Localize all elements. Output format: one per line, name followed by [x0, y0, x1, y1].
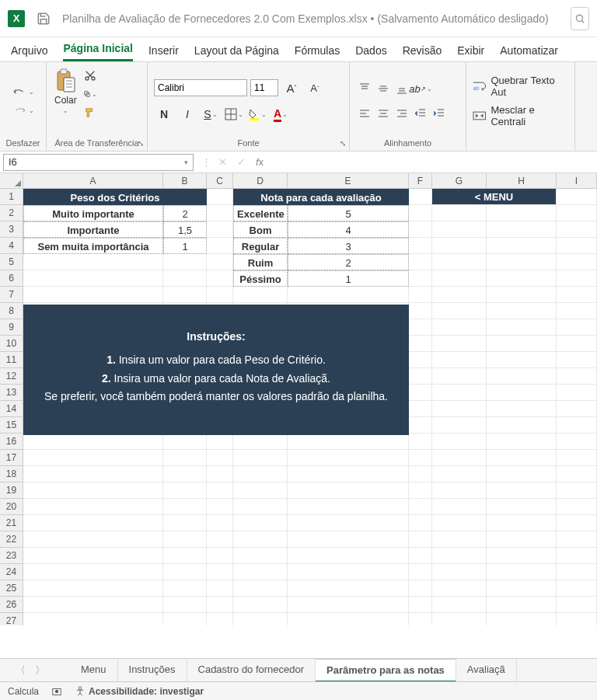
- cell[interactable]: [207, 515, 233, 531]
- cell[interactable]: 5: [288, 205, 409, 221]
- cell[interactable]: < MENU: [432, 189, 557, 205]
- row-header[interactable]: 21: [0, 515, 23, 531]
- tab-automatizar[interactable]: Automatizar: [500, 40, 558, 61]
- cell[interactable]: [557, 238, 597, 254]
- sheet-next-icon[interactable]: 〉: [35, 663, 45, 677]
- row-header[interactable]: 11: [0, 352, 23, 368]
- cell[interactable]: [487, 450, 557, 466]
- paste-button[interactable]: Colar ⌄: [51, 65, 80, 117]
- cell[interactable]: [432, 450, 487, 466]
- cell[interactable]: [23, 597, 163, 613]
- cell[interactable]: [23, 580, 163, 597]
- italic-button[interactable]: I: [177, 105, 197, 124]
- macro-record-icon[interactable]: [51, 686, 62, 697]
- cell[interactable]: [557, 319, 597, 336]
- cell[interactable]: [557, 352, 597, 368]
- cell[interactable]: [487, 401, 557, 417]
- cell[interactable]: [207, 580, 233, 597]
- cell[interactable]: [233, 515, 288, 531]
- merge-center-button[interactable]: Mesclar e Centrali: [473, 101, 570, 131]
- cell[interactable]: [487, 580, 557, 597]
- cell[interactable]: [207, 287, 233, 303]
- bold-button[interactable]: N: [154, 105, 174, 124]
- cell[interactable]: [432, 515, 487, 531]
- cell[interactable]: [233, 564, 288, 580]
- undo-button[interactable]: ⌄: [9, 83, 37, 100]
- cell[interactable]: [163, 580, 207, 597]
- cell[interactable]: [207, 270, 233, 287]
- cell[interactable]: [432, 434, 487, 450]
- cell[interactable]: [409, 303, 432, 319]
- row-header[interactable]: 25: [0, 580, 23, 597]
- cell[interactable]: [288, 287, 409, 303]
- cell[interactable]: [409, 499, 432, 515]
- cell[interactable]: [487, 336, 557, 352]
- cell[interactable]: 1: [163, 238, 207, 254]
- cell[interactable]: Bom: [233, 221, 288, 238]
- cell[interactable]: [557, 270, 597, 287]
- copy-icon[interactable]: ⌄: [83, 87, 97, 101]
- cell[interactable]: [487, 221, 557, 238]
- tab-inserir[interactable]: Inserir: [148, 40, 179, 61]
- cell[interactable]: [163, 597, 207, 613]
- cell[interactable]: [557, 564, 597, 580]
- cell[interactable]: [557, 221, 597, 238]
- tab-pagina-inicial[interactable]: Página Inicial: [63, 37, 132, 61]
- cell[interactable]: [487, 303, 557, 319]
- cell[interactable]: [233, 499, 288, 515]
- cell[interactable]: [487, 417, 557, 434]
- cell[interactable]: [432, 548, 487, 564]
- cell[interactable]: [163, 254, 207, 270]
- row-header[interactable]: 27: [0, 613, 23, 625]
- cell[interactable]: [487, 319, 557, 336]
- cell[interactable]: [432, 319, 487, 336]
- decrease-font-icon[interactable]: Aˇ: [305, 78, 325, 97]
- cell[interactable]: [557, 434, 597, 450]
- col-header[interactable]: B: [163, 173, 207, 188]
- col-header[interactable]: E: [288, 173, 409, 188]
- cell[interactable]: 2: [163, 205, 207, 221]
- cell[interactable]: [487, 287, 557, 303]
- cell[interactable]: [487, 499, 557, 515]
- cell[interactable]: [409, 287, 432, 303]
- cell[interactable]: Excelente: [233, 205, 288, 221]
- cell[interactable]: [432, 368, 487, 385]
- cell[interactable]: [288, 499, 409, 515]
- cell[interactable]: [288, 580, 409, 597]
- cell[interactable]: [233, 450, 288, 466]
- cell[interactable]: [23, 450, 163, 466]
- tab-dados[interactable]: Dados: [355, 40, 386, 61]
- cell[interactable]: [409, 450, 432, 466]
- save-icon[interactable]: [36, 11, 51, 26]
- cell[interactable]: [233, 466, 288, 482]
- cell[interactable]: 2: [288, 254, 409, 270]
- sheet-prev-icon[interactable]: 〈: [16, 663, 26, 677]
- cell[interactable]: [409, 270, 432, 287]
- cell[interactable]: [432, 254, 487, 270]
- row-header[interactable]: 16: [0, 434, 23, 450]
- cell[interactable]: [557, 482, 597, 499]
- spreadsheet-grid[interactable]: A B C D E F G H I 1Peso dos CritériosNot…: [0, 173, 597, 625]
- cell[interactable]: [233, 580, 288, 597]
- cell[interactable]: [432, 499, 487, 515]
- cell[interactable]: Nota para cada avaliação: [233, 189, 409, 205]
- cell[interactable]: [163, 499, 207, 515]
- cell[interactable]: [432, 385, 487, 401]
- cell[interactable]: [288, 564, 409, 580]
- cell[interactable]: [409, 401, 432, 417]
- cell[interactable]: [409, 613, 432, 625]
- tab-layout[interactable]: Layout da Página: [194, 40, 279, 61]
- cell[interactable]: Importante: [23, 221, 163, 238]
- cell[interactable]: [207, 466, 233, 482]
- cell[interactable]: [557, 401, 597, 417]
- fill-color-button[interactable]: ⌄: [247, 105, 267, 124]
- cell[interactable]: [23, 254, 163, 270]
- orientation-icon[interactable]: ab↗⌄: [412, 80, 429, 97]
- cell[interactable]: [487, 482, 557, 499]
- row-header[interactable]: 5: [0, 254, 23, 270]
- cell[interactable]: [207, 238, 233, 254]
- cell[interactable]: [487, 270, 557, 287]
- sheet-tab-parametro[interactable]: Parâmetro para as notas: [316, 659, 456, 682]
- cell[interactable]: [557, 450, 597, 466]
- cell[interactable]: 1: [288, 270, 409, 287]
